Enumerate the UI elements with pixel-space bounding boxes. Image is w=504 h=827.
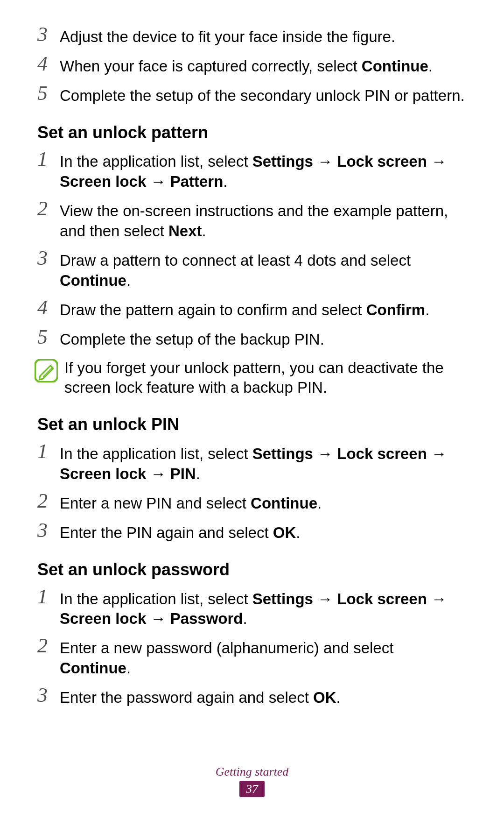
page-number: 37	[239, 781, 265, 797]
note-block: If you forget your unlock pattern, you c…	[37, 358, 467, 398]
numbered-step: 1In the application list, select Setting…	[37, 588, 467, 629]
step-number: 1	[37, 441, 60, 462]
step-number: 4	[37, 297, 60, 318]
page-content: 3Adjust the device to fit your face insi…	[37, 26, 467, 708]
step-text: In the application list, select Settings…	[60, 151, 467, 192]
step-number: 5	[37, 327, 60, 347]
heading-unlock-pin: Set an unlock PIN	[37, 414, 467, 436]
step-number: 2	[37, 198, 60, 219]
step-text: Enter the PIN again and select OK.	[60, 522, 467, 543]
step-number: 4	[37, 54, 60, 74]
section-unlock-pin-steps: 1In the application list, select Setting…	[37, 443, 467, 543]
step-number: 3	[37, 685, 60, 706]
numbered-step: 3Adjust the device to fit your face insi…	[37, 26, 467, 47]
step-text: In the application list, select Settings…	[60, 588, 467, 629]
numbered-step: 3Enter the password again and select OK.	[37, 687, 467, 708]
step-number: 3	[37, 24, 60, 45]
step-number: 3	[37, 520, 60, 541]
step-text: In the application list, select Settings…	[60, 443, 467, 484]
manual-page: 3Adjust the device to fit your face insi…	[0, 0, 504, 827]
section-unlock-pattern-steps: 1In the application list, select Setting…	[37, 151, 467, 349]
numbered-step: 5Complete the setup of the secondary unl…	[37, 85, 467, 106]
page-footer: Getting started 37	[0, 765, 504, 797]
step-text: When your face is captured correctly, se…	[60, 56, 467, 77]
numbered-step: 4Draw the pattern again to confirm and s…	[37, 299, 467, 320]
numbered-step: 2Enter a new password (alphanumeric) and…	[37, 637, 467, 679]
section-continuation: 3Adjust the device to fit your face insi…	[37, 26, 467, 106]
numbered-step: 2View the on-screen instructions and the…	[37, 200, 467, 241]
numbered-step: 2Enter a new PIN and select Continue.	[37, 493, 467, 514]
step-text: Enter a new PIN and select Continue.	[60, 493, 467, 514]
step-text: Draw the pattern again to confirm and se…	[60, 299, 467, 320]
step-text: Draw a pattern to connect at least 4 dot…	[60, 250, 467, 291]
note-icon	[35, 359, 58, 382]
step-text: Complete the setup of the secondary unlo…	[60, 85, 467, 106]
numbered-step: 1In the application list, select Setting…	[37, 443, 467, 484]
numbered-step: 3Enter the PIN again and select OK.	[37, 522, 467, 543]
numbered-step: 4When your face is captured correctly, s…	[37, 56, 467, 77]
heading-unlock-password: Set an unlock password	[37, 559, 467, 581]
step-text: Enter the password again and select OK.	[60, 687, 467, 708]
step-text: Complete the setup of the backup PIN.	[60, 329, 467, 350]
step-number: 1	[37, 149, 60, 170]
step-text: View the on-screen instructions and the …	[60, 200, 467, 241]
numbered-step: 3Draw a pattern to connect at least 4 do…	[37, 250, 467, 291]
section-unlock-password-steps: 1In the application list, select Setting…	[37, 588, 467, 708]
step-number: 2	[37, 491, 60, 511]
step-number: 5	[37, 83, 60, 104]
step-text: Enter a new password (alphanumeric) and …	[60, 637, 467, 679]
step-number: 1	[37, 587, 60, 607]
heading-unlock-pattern: Set an unlock pattern	[37, 122, 467, 144]
step-number: 3	[37, 248, 60, 269]
step-text: Adjust the device to fit your face insid…	[60, 26, 467, 47]
numbered-step: 5Complete the setup of the backup PIN.	[37, 329, 467, 350]
numbered-step: 1In the application list, select Setting…	[37, 151, 467, 192]
step-number: 2	[37, 636, 60, 656]
chapter-label: Getting started	[0, 765, 504, 779]
note-text: If you forget your unlock pattern, you c…	[64, 358, 467, 398]
